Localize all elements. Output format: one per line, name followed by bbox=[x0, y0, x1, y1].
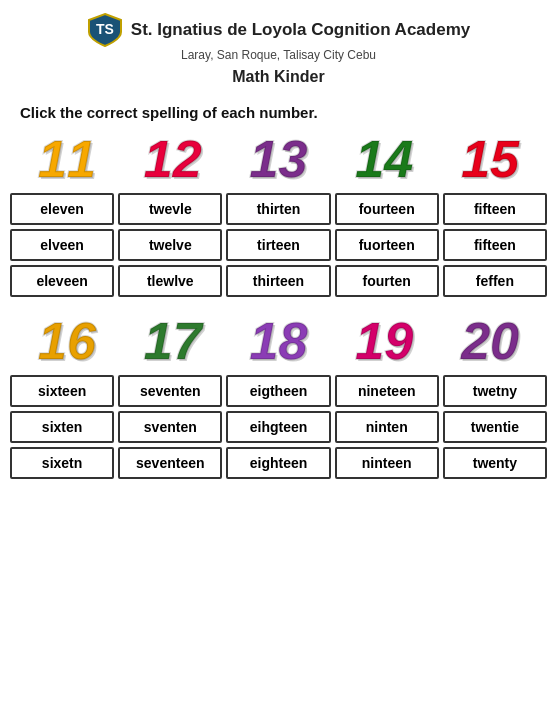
option-cell[interactable]: twentie bbox=[443, 411, 547, 443]
instructions: Click the correct spelling of each numbe… bbox=[20, 104, 537, 121]
options-grid-1: eleven twevle thirten fourteen fifteen e… bbox=[0, 193, 557, 307]
school-name: St. Ignatius de Loyola Cognition Academy bbox=[131, 20, 470, 40]
options-grid-2: sixteen seventen eigtheen nineteen twetn… bbox=[0, 375, 557, 489]
option-cell[interactable]: thirteen bbox=[226, 265, 330, 297]
option-cell[interactable]: eigtheen bbox=[226, 375, 330, 407]
option-cell[interactable]: nineteen bbox=[335, 375, 439, 407]
option-cell[interactable]: feffen bbox=[443, 265, 547, 297]
option-cell[interactable]: twevle bbox=[118, 193, 222, 225]
number-15: 15 bbox=[461, 133, 519, 185]
number-11: 11 bbox=[38, 133, 96, 185]
option-cell[interactable]: fourten bbox=[335, 265, 439, 297]
option-cell[interactable]: sixteen bbox=[10, 375, 114, 407]
option-cell[interactable]: thirten bbox=[226, 193, 330, 225]
number-16: 16 bbox=[38, 315, 96, 367]
option-cell[interactable]: ninten bbox=[335, 411, 439, 443]
number-13: 13 bbox=[250, 133, 308, 185]
subject-title: Math Kinder bbox=[232, 68, 324, 86]
section-1: 11 12 13 14 15 eleven twevle thirten fou… bbox=[0, 129, 557, 307]
option-cell[interactable]: eleven bbox=[10, 193, 114, 225]
option-cell[interactable]: ninteen bbox=[335, 447, 439, 479]
number-20: 20 bbox=[461, 315, 519, 367]
option-cell[interactable]: twetny bbox=[443, 375, 547, 407]
number-19: 19 bbox=[355, 315, 413, 367]
section-2: 16 17 18 19 20 sixteen seventen eigtheen… bbox=[0, 311, 557, 489]
option-cell[interactable]: fuorteen bbox=[335, 229, 439, 261]
option-cell[interactable]: elveen bbox=[10, 229, 114, 261]
numbers-row-2: 16 17 18 19 20 bbox=[0, 311, 557, 375]
option-cell[interactable]: fifteen bbox=[443, 193, 547, 225]
svg-text:TS: TS bbox=[96, 21, 114, 37]
shield-icon: TS bbox=[87, 12, 123, 48]
number-14: 14 bbox=[355, 133, 413, 185]
option-cell[interactable]: twenty bbox=[443, 447, 547, 479]
option-cell[interactable]: twelve bbox=[118, 229, 222, 261]
option-cell[interactable]: eleveen bbox=[10, 265, 114, 297]
option-cell[interactable]: sixetn bbox=[10, 447, 114, 479]
option-cell[interactable]: fourteen bbox=[335, 193, 439, 225]
number-17: 17 bbox=[144, 315, 202, 367]
option-cell[interactable]: eighteen bbox=[226, 447, 330, 479]
number-12: 12 bbox=[144, 133, 202, 185]
option-cell[interactable]: sixten bbox=[10, 411, 114, 443]
number-18: 18 bbox=[250, 315, 308, 367]
option-cell[interactable]: eihgteen bbox=[226, 411, 330, 443]
numbers-row-1: 11 12 13 14 15 bbox=[0, 129, 557, 193]
header: TS St. Ignatius de Loyola Cognition Acad… bbox=[0, 0, 557, 90]
option-cell[interactable]: sventen bbox=[118, 411, 222, 443]
option-cell[interactable]: fifteen bbox=[443, 229, 547, 261]
option-cell[interactable]: seventen bbox=[118, 375, 222, 407]
option-cell[interactable]: seventeen bbox=[118, 447, 222, 479]
option-cell[interactable]: tirteen bbox=[226, 229, 330, 261]
school-sub: Laray, San Roque, Talisay City Cebu bbox=[181, 48, 376, 62]
option-cell[interactable]: tlewlve bbox=[118, 265, 222, 297]
